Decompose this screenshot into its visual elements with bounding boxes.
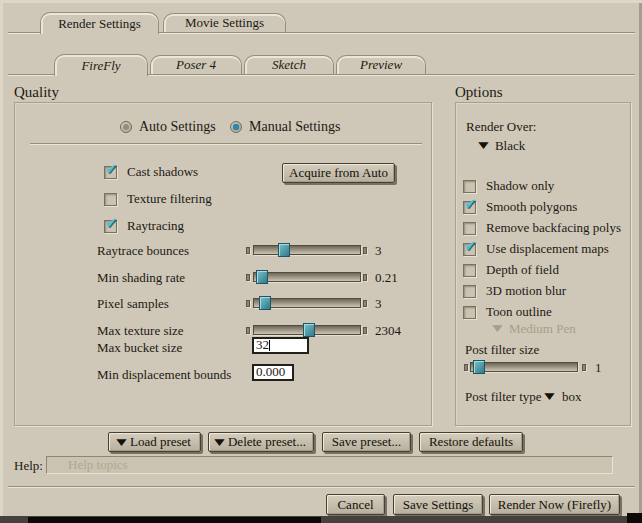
post-filter-type-dropdown[interactable]: ▼ box [546,389,581,404]
remove-backfacing-polys-checkbox[interactable]: ✔ Remove backfacing polys [463,220,621,236]
checkbox-icon: ✔ [104,220,117,233]
cancel-button[interactable]: Cancel [326,494,385,515]
radio-label: Manual Settings [249,119,340,135]
checkbox-icon: ✔ [104,166,117,179]
button-label: Load preset [130,434,191,450]
slider-handle[interactable] [303,323,315,337]
min-shading-rate-slider-row: Min shading rate 0.21 [0,270,430,284]
window-corner-dark [627,513,642,523]
slider-label: Max texture size [97,323,184,339]
slider-max-nub[interactable] [363,274,367,281]
tab-poser-4[interactable]: Poser 4 [150,55,242,74]
slider-min-nub[interactable] [246,247,250,254]
manual-settings-radio[interactable]: Manual Settings [230,119,340,135]
raytrace-bounces-slider-row: Raytrace bounces 3 [0,243,430,257]
slider-label: Pixel samples [97,296,169,312]
tab-label: Preview [360,57,402,73]
checkbox-label: Use displacement maps [486,241,609,257]
depth-of-field-checkbox[interactable]: ✔ Depth of field [463,262,559,278]
slider-track[interactable] [470,362,578,372]
slider-max-nub[interactable] [582,364,586,371]
min-displacement-bounds-input[interactable]: 0.000 [252,364,294,381]
slider-handle[interactable] [278,243,290,257]
tab-sketch[interactable]: Sketch [244,55,334,74]
acquire-from-auto-button[interactable]: Acquire from Auto [282,163,395,183]
tab-movie-settings[interactable]: Movie Settings [163,13,286,32]
slider-handle[interactable] [256,270,268,284]
restore-defaults-button[interactable]: Restore defaults [419,432,523,452]
texture-filtering-checkbox[interactable]: ✔ Texture filtering [104,191,212,207]
save-preset-button[interactable]: Save preset... [322,432,411,452]
checkbox-label: Raytracing [127,218,184,234]
slider-value: 2304 [375,323,401,339]
dropdown-value: box [562,389,582,404]
text-caret [269,340,270,351]
auto-settings-radio[interactable]: Auto Settings [120,119,216,135]
tab-label: Poser 4 [176,57,216,73]
help-label: Help: [14,458,43,473]
max-bucket-size-input[interactable]: 32 [252,337,309,354]
motion-blur-checkbox[interactable]: ✔ 3D motion blur [463,283,566,299]
slider-label: Min shading rate [97,270,185,286]
delete-preset-button[interactable]: ▼ Delete preset... [208,432,314,452]
help-topics-field[interactable]: Help topics [46,456,613,474]
checkbox-icon: ✔ [463,264,476,277]
button-label: Acquire from Auto [289,165,388,181]
checkbox-icon: ✔ [463,306,476,319]
checkbox-icon: ✔ [104,193,117,206]
input-value: 32 [256,337,269,352]
slider-value: 3 [375,296,382,312]
render-over-label: Render Over: [466,119,536,134]
toon-pen-dropdown: ▼ Medium Pen [494,321,576,336]
render-over-dropdown[interactable]: ▼ Black [480,138,525,153]
slider-track[interactable] [253,325,361,335]
slider-min-nub[interactable] [246,327,250,334]
slider-max-nub[interactable] [363,247,367,254]
slider-min-nub[interactable] [246,274,250,281]
dropdown-value: Black [495,138,525,153]
slider-min-nub[interactable] [246,300,250,307]
raytracing-checkbox[interactable]: ✔ Raytracing [104,218,184,234]
smooth-polygons-checkbox[interactable]: ✔ Smooth polygons [463,199,577,215]
slider-max-nub[interactable] [363,327,367,334]
toon-outline-checkbox[interactable]: ✔ Toon outline [463,304,552,320]
checkbox-label: Shadow only [486,178,554,194]
slider-value: 3 [375,243,382,259]
slider-track[interactable] [253,272,361,282]
slider-min-nub[interactable] [464,364,468,371]
help-placeholder: Help topics [68,457,128,472]
min-displacement-bounds-label: Min displacement bounds [97,367,231,382]
chevron-down-icon: ▼ [544,392,554,401]
save-settings-button[interactable]: Save Settings [393,494,483,515]
slider-track[interactable] [253,245,361,255]
quality-divider [30,143,422,145]
checkbox-label: 3D motion blur [486,283,566,299]
slider-value: 0.21 [375,270,398,286]
cast-shadows-checkbox[interactable]: ✔ Cast shadows [104,164,198,180]
tab-preview[interactable]: Preview [336,55,426,74]
tab-label: Movie Settings [185,15,264,31]
checkbox-label: Depth of field [486,262,559,278]
radio-icon [230,121,242,133]
slider-max-nub[interactable] [363,300,367,307]
tab-render-settings[interactable]: Render Settings [40,12,159,34]
window-bottom-edge-dark [28,517,321,523]
use-displacement-maps-checkbox[interactable]: ✔ Use displacement maps [463,241,609,257]
post-filter-size-label: Post filter size [465,342,539,357]
tab-firefly[interactable]: FireFly [54,54,148,76]
checkbox-icon: ✔ [463,222,476,235]
render-settings-dialog: Render Settings Movie Settings FireFly P… [0,0,642,523]
render-now-button[interactable]: Render Now (Firefly) [489,494,620,515]
options-heading: Options [455,84,503,101]
slider-track[interactable] [253,298,361,308]
button-label: Save Settings [403,497,473,513]
chevron-down-icon: ▼ [214,438,224,447]
checkbox-label: Toon outline [486,304,552,320]
slider-handle[interactable] [473,360,485,374]
slider-value: 1 [595,360,602,376]
input-value: 0.000 [256,364,285,379]
shadow-only-checkbox[interactable]: ✔ Shadow only [463,178,554,194]
load-preset-button[interactable]: ▼ Load preset [108,432,201,452]
radio-label: Auto Settings [139,119,216,135]
slider-handle[interactable] [259,296,271,310]
